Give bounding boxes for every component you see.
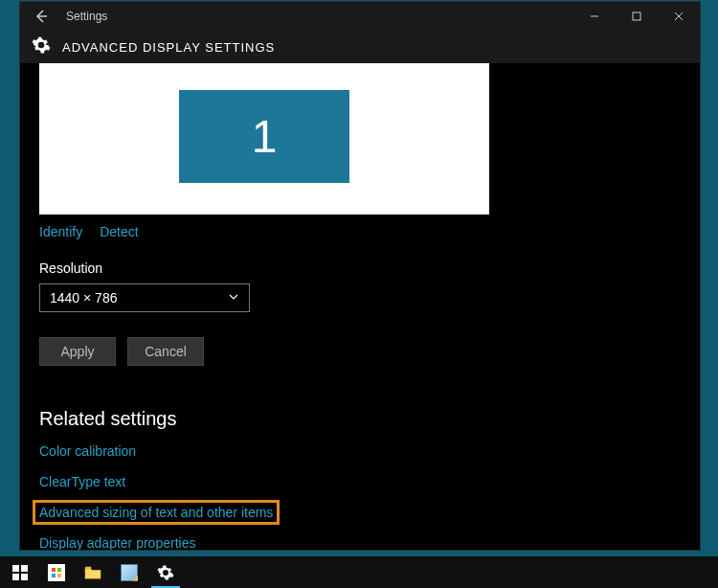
- related-links: Color calibration ClearType text Advance…: [39, 443, 681, 550]
- titlebar: Settings: [20, 2, 700, 31]
- resolution-dropdown[interactable]: 1440 × 786: [39, 283, 250, 312]
- cleartype-text-link[interactable]: ClearType text: [39, 474, 125, 489]
- gear-icon: [157, 564, 174, 581]
- button-row: Apply Cancel: [39, 337, 681, 366]
- chevron-down-icon: [228, 290, 239, 305]
- monitor-1[interactable]: 1: [179, 90, 349, 183]
- monitor-preview[interactable]: 1: [39, 63, 489, 215]
- content-area: 1 Identify Detect Resolution 1440 × 786 …: [20, 63, 700, 550]
- preview-links: Identify Detect: [39, 224, 681, 239]
- advanced-sizing-link[interactable]: Advanced sizing of text and other items: [39, 505, 273, 520]
- taskbar: [0, 556, 718, 588]
- svg-rect-3: [12, 574, 19, 580]
- svg-rect-8: [57, 574, 61, 577]
- color-calibration-link[interactable]: Color calibration: [39, 443, 136, 459]
- back-button[interactable]: [20, 2, 62, 31]
- highlighted-link-box: Advanced sizing of text and other items: [33, 500, 280, 525]
- close-icon: [674, 11, 684, 21]
- page-title: ADVANCED DISPLAY SETTINGS: [62, 40, 275, 55]
- detect-link[interactable]: Detect: [100, 224, 138, 239]
- window-controls: [573, 2, 700, 31]
- apply-label: Apply: [60, 344, 94, 359]
- resolution-label: Resolution: [39, 260, 681, 276]
- svg-rect-7: [52, 574, 56, 577]
- svg-rect-5: [52, 568, 56, 572]
- close-button[interactable]: [658, 2, 700, 31]
- cancel-button[interactable]: Cancel: [127, 337, 204, 366]
- notepad-icon: [121, 564, 138, 581]
- gear-icon: [32, 35, 51, 58]
- start-button[interactable]: [2, 556, 38, 588]
- taskbar-file-explorer[interactable]: [75, 556, 111, 588]
- svg-rect-6: [57, 568, 61, 572]
- minimize-button[interactable]: [573, 2, 616, 31]
- folder-icon: [84, 564, 101, 581]
- svg-rect-9: [85, 566, 91, 569]
- page-header: ADVANCED DISPLAY SETTINGS: [20, 31, 700, 63]
- svg-rect-4: [21, 574, 28, 580]
- display-adapter-link[interactable]: Display adapter properties: [39, 535, 195, 550]
- maximize-button[interactable]: [616, 2, 658, 31]
- minimize-icon: [590, 11, 599, 21]
- settings-window: Settings ADVANCED DISPLAY SETTINGS: [19, 1, 701, 551]
- monitor-number: 1: [252, 110, 278, 163]
- arrow-left-icon: [34, 9, 49, 24]
- windows-logo-icon: [11, 564, 29, 581]
- taskbar-store[interactable]: [38, 556, 75, 588]
- svg-rect-2: [21, 565, 28, 572]
- taskbar-settings[interactable]: [147, 556, 184, 588]
- identify-link[interactable]: Identify: [39, 224, 82, 239]
- related-settings-heading: Related settings: [39, 408, 681, 430]
- svg-rect-0: [633, 12, 640, 20]
- resolution-value: 1440 × 786: [50, 290, 117, 305]
- maximize-icon: [632, 11, 641, 21]
- apply-button[interactable]: Apply: [39, 337, 116, 366]
- store-icon: [48, 564, 65, 581]
- window-title: Settings: [66, 10, 107, 23]
- desktop: Settings ADVANCED DISPLAY SETTINGS: [0, 0, 718, 588]
- svg-rect-1: [12, 565, 19, 572]
- cancel-label: Cancel: [145, 344, 187, 359]
- taskbar-notepad[interactable]: [111, 556, 147, 588]
